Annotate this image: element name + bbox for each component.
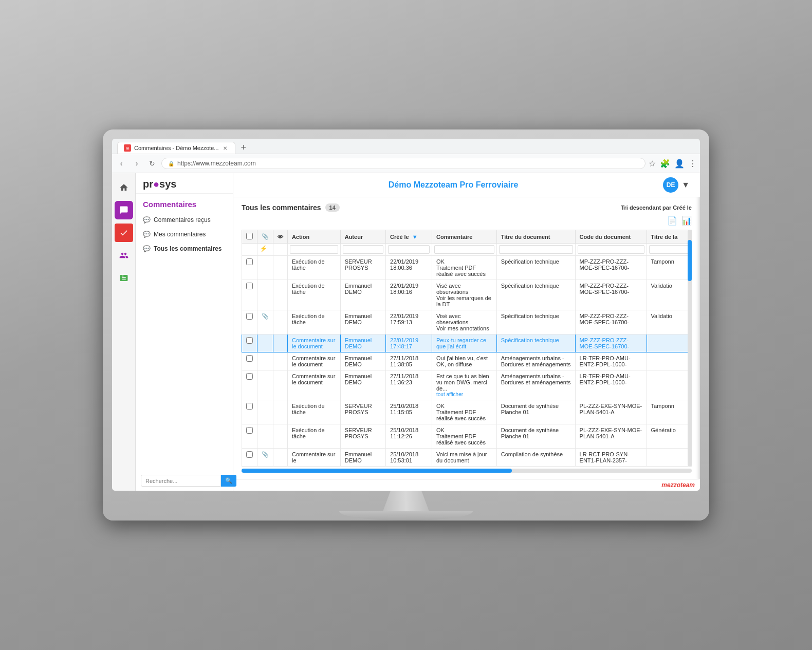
sidebar-item-received-label: Commentaires reçus (154, 216, 211, 224)
bookmark-icon[interactable]: ☆ (649, 159, 656, 169)
select-all-checkbox[interactable] (246, 233, 253, 239)
nav-users-button[interactable] (115, 246, 133, 265)
commentaire-cell: Visé avec observationsVoir mes annotatio… (432, 310, 496, 335)
scrollbar-thumb (688, 240, 692, 281)
table-row[interactable]: Exécution de tâche SERVEUR PROSYS 25/10/… (242, 424, 692, 449)
all-comments-icon: 💬 (143, 245, 151, 252)
nav-comments-button[interactable] (115, 201, 133, 219)
titre-la-filter[interactable] (649, 245, 689, 254)
export-excel-icon[interactable]: 📊 (681, 216, 692, 226)
search-input[interactable] (141, 475, 221, 487)
sidebar-item-received[interactable]: 💬 Commentaires reçus (136, 213, 233, 227)
titre-link[interactable]: Spécification technique (501, 337, 559, 343)
titre-doc-filter[interactable] (499, 245, 573, 254)
row-checkbox[interactable] (246, 283, 253, 289)
toolbar: 📄 📊 (242, 216, 692, 226)
show-all-link[interactable]: tout afficher (436, 392, 492, 397)
tab-close-button[interactable]: ✕ (222, 144, 229, 152)
tab-title: Commentaires - Démo Mezzote... (134, 145, 218, 151)
commentaire-filter[interactable] (434, 245, 494, 254)
cree-le-filter[interactable] (388, 245, 430, 254)
row-checkbox[interactable] (246, 355, 253, 362)
reload-button[interactable]: ↻ (146, 157, 158, 170)
nav-home-button[interactable] (115, 178, 133, 197)
row-checkbox[interactable] (246, 313, 253, 320)
action-header[interactable]: Action (288, 230, 341, 244)
select-all-header[interactable] (242, 230, 257, 244)
extension-icon[interactable]: 🧩 (660, 159, 670, 169)
action-cell: Exécution de tâche (288, 424, 341, 449)
row-checkbox[interactable] (246, 427, 253, 434)
sidebar-item-mine[interactable]: 💬 Mes commentaires (136, 227, 233, 242)
filter-row: ⚡ (242, 244, 692, 256)
commentaire-cell: OKTraitement PDF réalisé avec succès (432, 400, 496, 424)
row-checkbox[interactable] (246, 373, 253, 380)
auteur-cell: SERVEUR PROSYS (340, 256, 385, 280)
auteur-cell: Emmanuel DEMO (340, 335, 385, 352)
commentaire-link[interactable]: Peux-tu regarder ce que j'ai écrit (436, 337, 486, 349)
code-doc-filter[interactable] (578, 245, 644, 254)
code-doc-cell: LR-RCT-PRO-SYN-ENT1-PLAN-2357- (575, 449, 647, 467)
auteur-filter[interactable] (343, 245, 383, 254)
cree-le-cell: 27/11/2018 11:38:05 (386, 352, 432, 370)
forward-button[interactable]: › (131, 157, 143, 170)
user-avatar[interactable]: DE (663, 177, 678, 193)
row-checkbox[interactable] (246, 337, 253, 344)
commentaire-header[interactable]: Commentaire (432, 230, 496, 244)
titre-la-cell (647, 449, 691, 467)
menu-icon[interactable]: ⋮ (689, 159, 697, 169)
sidebar-item-all-label: Tous les commentaires (154, 245, 222, 252)
table-row-selected[interactable]: Commentaire sur le document Emmanuel DEM… (242, 335, 692, 352)
commentaire-cell: Visé avec observationsVoir les remarques… (432, 280, 496, 310)
table-row[interactable]: 📎 Exécution de tâche Emmanuel DEMO 22/01… (242, 310, 692, 335)
auteur-cell: SERVEUR PROSYS (340, 400, 385, 424)
cree-le-cell: 22/01/2019 17:59:13 (386, 310, 432, 335)
search-button[interactable]: 🔍 (221, 475, 236, 487)
cree-le-header[interactable]: Créé le ▼ (386, 230, 432, 244)
titre-doc-header[interactable]: Titre du document (496, 230, 575, 244)
nav-tasks-button[interactable] (115, 224, 133, 242)
titre-la-cell: Validatio (647, 310, 691, 335)
attachment-indicator: 📎 (257, 449, 273, 467)
nav-documents-button[interactable] (115, 269, 133, 287)
commentaire-cell: Est ce que tu as bien vu mon DWG, merci … (432, 370, 496, 400)
auteur-header[interactable]: Auteur (340, 230, 385, 244)
new-tab-button[interactable]: + (237, 142, 249, 153)
code-doc-header[interactable]: Code du document (575, 230, 647, 244)
monitor-stand-base (339, 511, 473, 521)
address-bar[interactable]: 🔒 https://www.mezzoteam.com (161, 158, 645, 169)
table-row[interactable]: Commentaire sur le document Emmanuel DEM… (242, 370, 692, 400)
comments-received-icon: 💬 (143, 216, 151, 224)
titre-doc-cell: Spécification technique (496, 280, 575, 310)
table-row[interactable]: Commentaire sur le document Emmanuel DEM… (242, 352, 692, 370)
sidebar-item-all[interactable]: 💬 Tous les commentaires (136, 242, 233, 256)
table-row[interactable]: Exécution de tâche SERVEUR PROSYS 22/01/… (242, 256, 692, 280)
action-link[interactable]: Commentaire sur le document (292, 337, 335, 349)
table-row[interactable]: 📎 Commentaire sur le Emmanuel DEMO 25/10… (242, 449, 692, 467)
row-checkbox[interactable] (246, 258, 253, 265)
sidebar-title: Commentaires (136, 194, 233, 213)
auteur-cell: Emmanuel DEMO (340, 280, 385, 310)
back-button[interactable]: ‹ (115, 157, 127, 170)
count-badge: 14 (325, 203, 340, 212)
auteur-link[interactable]: Emmanuel DEMO (345, 337, 372, 349)
code-link[interactable]: MP-ZZZ-PRO-ZZZ-MOE-SPEC-16700- (580, 337, 630, 349)
profile-icon[interactable]: 👤 (674, 159, 685, 169)
code-doc-cell: MP-ZZZ-PRO-ZZZ-MOE-SPEC-16700- (575, 335, 647, 352)
commentaire-cell: Oui j'ai bien vu, c'est OK, on diffuse (432, 352, 496, 370)
vertical-scrollbar[interactable] (688, 230, 692, 467)
titre-la-cell (647, 352, 691, 370)
table-row[interactable]: Exécution de tâche Emmanuel DEMO 22/01/2… (242, 280, 692, 310)
date-link[interactable]: 22/01/2019 17:48:17 (390, 337, 418, 349)
table-row[interactable]: Exécution de tâche SERVEUR PROSYS 25/10/… (242, 400, 692, 424)
brand-label: mezzoteam (661, 481, 695, 489)
user-dropdown-icon[interactable]: ▼ (681, 180, 690, 190)
action-cell: Commentaire sur le (288, 449, 341, 467)
row-checkbox[interactable] (246, 451, 253, 458)
row-checkbox[interactable] (246, 403, 253, 410)
titre-la-header[interactable]: Titre de la (647, 230, 691, 244)
action-filter[interactable] (290, 245, 338, 254)
horizontal-scrollbar[interactable] (242, 469, 692, 473)
export-pdf-icon[interactable]: 📄 (667, 216, 677, 226)
browser-tab[interactable]: m Commentaires - Démo Mezzote... ✕ (117, 142, 235, 154)
